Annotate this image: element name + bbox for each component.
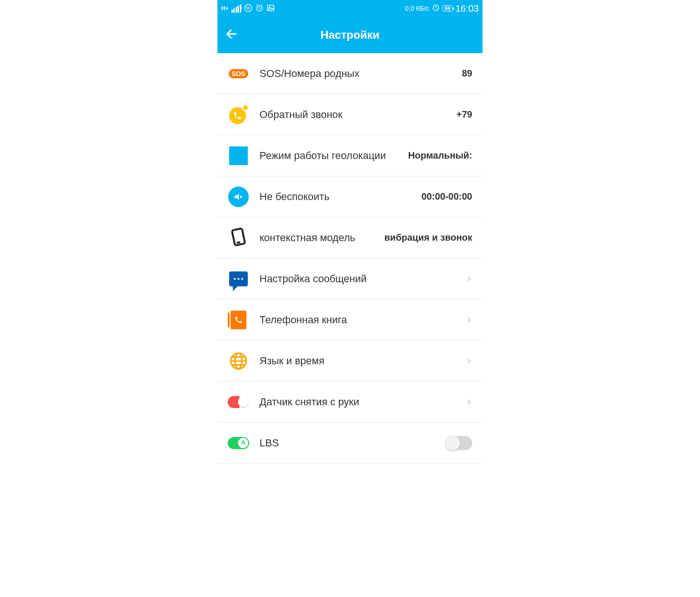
image-icon (266, 4, 275, 14)
row-label: Датчик снятия с руки (259, 396, 460, 408)
toggle-red-icon (228, 391, 249, 413)
svg-line-5 (259, 8, 260, 9)
svg-line-6 (257, 4, 258, 5)
settings-list: SOS SOS/Номера родных 89 Обратный звонок… (217, 53, 483, 597)
status-right: 0,0 КБ/с 59 16:03 (405, 3, 479, 14)
row-value: 00:00-00:00 (421, 191, 472, 202)
status-left: H+ (221, 4, 275, 14)
row-label: Язык и время (259, 355, 460, 367)
phonebook-icon (228, 309, 249, 331)
sos-icon: SOS (228, 63, 249, 84)
row-value: +79 (456, 109, 472, 120)
globe-icon (228, 350, 249, 372)
row-context-model[interactable]: контекстная модель вибрация и звонок (217, 217, 483, 258)
back-button[interactable] (225, 28, 238, 42)
row-message-settings[interactable]: Настройка сообщений (217, 258, 483, 299)
row-label: контекстная модель (259, 232, 385, 244)
alarm-icon (255, 4, 264, 14)
row-sos[interactable]: SOS SOS/Номера родных 89 (217, 53, 483, 94)
svg-point-0 (245, 4, 252, 11)
row-value: Нормальный: (408, 150, 472, 161)
row-phonebook[interactable]: Телефонная книга (217, 299, 483, 340)
row-lbs[interactable]: A LBS (217, 423, 483, 464)
network-type: H+ (221, 5, 229, 12)
clock-small-icon (432, 4, 440, 13)
lbs-toggle[interactable] (445, 436, 472, 450)
row-callback[interactable]: Обратный звонок +79 (217, 94, 483, 135)
row-label: SOS/Номера родных (259, 68, 462, 80)
toggle-green-icon: A (228, 432, 249, 454)
row-value: 89 (462, 68, 472, 79)
chevron-right-icon (466, 397, 472, 407)
signal-icon (231, 4, 241, 13)
app-header: Настройки (217, 17, 483, 53)
row-label: Обратный звонок (259, 109, 456, 121)
callback-icon (228, 104, 249, 125)
row-label: Телефонная книга (259, 314, 460, 326)
status-bar: H+ 0,0 КБ/с 59 16:03 (217, 0, 483, 17)
row-label: Не беспокоить (259, 191, 421, 203)
page-title: Настройки (321, 28, 380, 42)
battery-icon: 59 (442, 5, 453, 12)
status-time: 16:03 (455, 3, 479, 14)
svg-line-7 (261, 4, 262, 5)
row-language-time[interactable]: Язык и время (217, 340, 483, 382)
row-label: Режим работы геолокации (259, 150, 408, 162)
data-rate: 0,0 КБ/с (405, 5, 429, 12)
geolocation-icon (228, 145, 249, 167)
row-geolocation-mode[interactable]: Режим работы геолокации Нормальный: (217, 135, 483, 176)
chevron-right-icon (466, 356, 472, 366)
row-do-not-disturb[interactable]: Не беспокоить 00:00-00:00 (217, 176, 483, 217)
chevron-right-icon (466, 315, 472, 325)
row-label: Настройка сообщений (259, 273, 460, 285)
phone-vibrate-icon (228, 227, 249, 249)
svg-line-12 (436, 8, 437, 8)
dnd-icon (228, 186, 249, 208)
chevron-right-icon (466, 274, 472, 284)
row-value: вибрация и звонок (385, 232, 472, 243)
pause-icon (244, 4, 252, 14)
phone-frame: H+ 0,0 КБ/с 59 16:03 (217, 0, 483, 597)
message-icon (228, 268, 249, 290)
row-takeoff-sensor[interactable]: Датчик снятия с руки (217, 382, 483, 423)
row-label: LBS (259, 437, 445, 449)
svg-line-17 (237, 242, 240, 243)
